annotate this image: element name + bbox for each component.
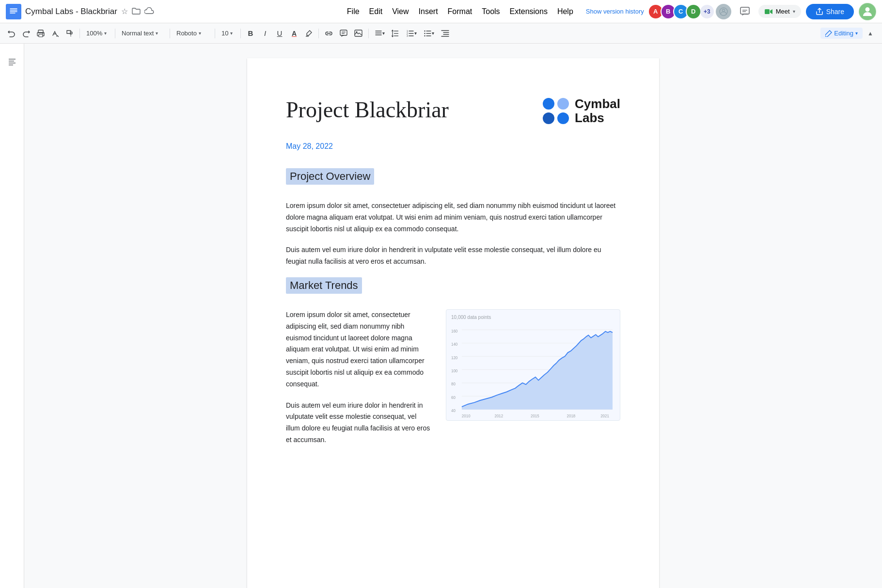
paint-format-button[interactable] bbox=[63, 27, 77, 40]
num-list-arrow: ▾ bbox=[414, 31, 417, 36]
avatar-count: +3 bbox=[700, 5, 714, 18]
insert-link-button[interactable] bbox=[322, 27, 336, 40]
doc-app-icon bbox=[6, 4, 21, 19]
svg-point-31 bbox=[424, 35, 425, 36]
underline-label: U bbox=[277, 29, 283, 37]
bullet-list-button[interactable]: ▾ bbox=[421, 27, 437, 40]
title-bar: Cymbal Labs - Blackbriar ☆ File Edit Vie… bbox=[0, 0, 882, 23]
font-selector[interactable]: Roboto ▾ bbox=[173, 27, 212, 40]
svg-text:140: 140 bbox=[451, 342, 458, 347]
sidebar bbox=[0, 44, 24, 588]
font-value: Roboto bbox=[176, 30, 197, 37]
line-spacing-button[interactable] bbox=[389, 27, 402, 40]
meet-label: Meet bbox=[776, 8, 790, 15]
size-arrow: ▾ bbox=[230, 31, 233, 36]
doc-title-area: Cymbal Labs - Blackbriar ☆ bbox=[25, 7, 336, 16]
version-history-link[interactable]: Show version history bbox=[586, 8, 644, 15]
folder-icon[interactable] bbox=[132, 7, 141, 16]
indent-button[interactable] bbox=[438, 27, 452, 40]
svg-point-10 bbox=[43, 33, 44, 34]
underline-button[interactable]: U bbox=[273, 27, 286, 40]
document-header: Project Blackbriar CymbalLabs bbox=[286, 97, 620, 127]
font-size-selector[interactable]: 10 ▾ bbox=[218, 27, 237, 40]
menu-file[interactable]: File bbox=[342, 5, 364, 18]
align-button[interactable]: ▾ bbox=[372, 27, 388, 40]
cymbal-labs-text: CymbalLabs bbox=[575, 97, 620, 125]
svg-text:40: 40 bbox=[451, 408, 456, 413]
numbered-list-button[interactable]: 123 ▾ bbox=[403, 27, 420, 40]
share-label: Share bbox=[826, 8, 844, 16]
meet-dropdown-icon: ▾ bbox=[793, 9, 795, 14]
editing-label: Editing bbox=[834, 30, 853, 37]
section-project-overview: Project Overview Lorem ipsum dolor sit a… bbox=[286, 168, 620, 268]
outline-icon[interactable] bbox=[3, 53, 21, 71]
print-button[interactable] bbox=[34, 27, 47, 40]
highlight-button[interactable] bbox=[302, 27, 315, 40]
market-text: Lorem ipsum dolor sit amet, consectetuer… bbox=[286, 309, 431, 456]
section-body-market-2: Duis autem vel eum iriure dolor in hendr… bbox=[286, 400, 431, 446]
menu-format[interactable]: Format bbox=[443, 5, 477, 18]
svg-text:2018: 2018 bbox=[567, 413, 576, 418]
redo-button[interactable] bbox=[19, 27, 33, 40]
svg-text:60: 60 bbox=[451, 395, 456, 399]
collaborator-avatars: A B C D +3 bbox=[648, 4, 731, 19]
cymbal-dots bbox=[543, 98, 569, 124]
svg-text:80: 80 bbox=[451, 381, 456, 386]
zoom-selector[interactable]: 100% ▾ bbox=[83, 27, 112, 40]
svg-rect-9 bbox=[39, 34, 43, 37]
menu-insert[interactable]: Insert bbox=[414, 5, 443, 18]
bold-label: B bbox=[248, 29, 253, 37]
menu-tools[interactable]: Tools bbox=[477, 5, 504, 18]
document-page[interactable]: Project Blackbriar CymbalLabs May 28, 20… bbox=[247, 58, 659, 588]
cymbal-logo: CymbalLabs bbox=[543, 97, 620, 125]
toolbar: 100% ▾ Normal text ▾ Roboto ▾ 10 ▾ B I U… bbox=[0, 23, 882, 44]
section-body-market-1: Lorem ipsum dolor sit amet, consectetuer… bbox=[286, 309, 431, 390]
right-header: A B C D +3 Meet ▾ Share bbox=[648, 3, 876, 20]
svg-text:3: 3 bbox=[407, 34, 408, 37]
insert-comment-button[interactable] bbox=[337, 27, 350, 40]
section-heading-overview[interactable]: Project Overview bbox=[286, 168, 374, 185]
share-button[interactable]: Share bbox=[806, 4, 854, 19]
zoom-arrow: ▾ bbox=[104, 31, 107, 36]
section-market-trends: Market Trends Lorem ipsum dolor sit amet… bbox=[286, 277, 620, 456]
chat-icon[interactable] bbox=[736, 3, 754, 20]
bul-list-arrow: ▾ bbox=[432, 31, 434, 36]
svg-text:2021: 2021 bbox=[600, 413, 609, 418]
star-icon[interactable]: ☆ bbox=[121, 7, 128, 16]
svg-text:2015: 2015 bbox=[531, 413, 539, 418]
meet-button[interactable]: Meet ▾ bbox=[758, 5, 801, 18]
menu-help[interactable]: Help bbox=[552, 5, 578, 18]
italic-label: I bbox=[264, 29, 266, 37]
style-arrow: ▾ bbox=[156, 31, 158, 36]
menu-edit[interactable]: Edit bbox=[364, 5, 388, 18]
insert-image-button[interactable] bbox=[351, 27, 365, 40]
toolbar-collapse-button[interactable]: ▲ bbox=[864, 27, 877, 40]
divider-3 bbox=[170, 29, 170, 38]
svg-rect-12 bbox=[340, 30, 347, 35]
dot-light bbox=[557, 98, 569, 110]
user-avatar[interactable] bbox=[859, 3, 876, 20]
section-heading-market[interactable]: Market Trends bbox=[286, 277, 362, 294]
italic-button[interactable]: I bbox=[258, 27, 272, 40]
style-selector[interactable]: Normal text ▾ bbox=[118, 27, 167, 40]
text-color-button[interactable]: A bbox=[287, 27, 301, 40]
dot-dark bbox=[543, 112, 554, 124]
size-value: 10 bbox=[221, 30, 228, 37]
svg-point-29 bbox=[424, 31, 425, 32]
spell-button[interactable] bbox=[48, 27, 62, 40]
section-body-overview-1: Lorem ipsum dolor sit amet, consectetuer… bbox=[286, 200, 620, 235]
editing-mode-button[interactable]: Editing ▾ bbox=[820, 28, 863, 39]
doc-title[interactable]: Cymbal Labs - Blackbriar bbox=[25, 7, 117, 16]
divider-1 bbox=[79, 29, 80, 38]
avatar-ring bbox=[716, 4, 731, 19]
undo-button[interactable] bbox=[5, 27, 18, 40]
bold-button[interactable]: B bbox=[244, 27, 257, 40]
document-title[interactable]: Project Blackbriar bbox=[286, 97, 449, 123]
menu-extensions[interactable]: Extensions bbox=[505, 5, 552, 18]
section-body-overview-2: Duis autem vel eum iriure dolor in hendr… bbox=[286, 244, 620, 268]
menu-bar: File Edit View Insert Format Tools Exten… bbox=[342, 5, 644, 18]
svg-text:120: 120 bbox=[451, 355, 458, 360]
align-arrow: ▾ bbox=[382, 31, 385, 36]
menu-view[interactable]: View bbox=[387, 5, 413, 18]
dot-blue-2 bbox=[557, 112, 569, 124]
